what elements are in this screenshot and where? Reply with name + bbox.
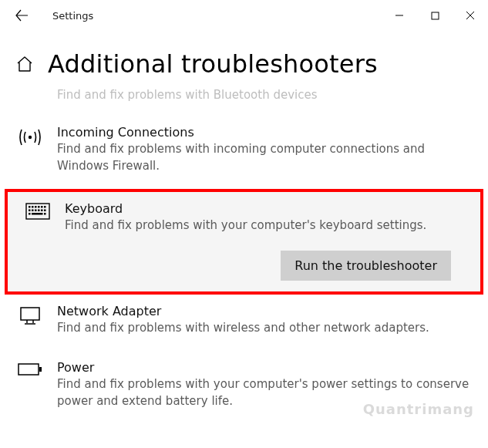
back-arrow-icon [15, 8, 29, 22]
troubleshooter-network-adapter[interactable]: Network Adapter Find and fix problems wi… [0, 295, 488, 351]
signal-icon [19, 126, 42, 148]
svg-rect-13 [41, 209, 43, 211]
item-desc: Find and fix problems with your computer… [57, 376, 473, 410]
svg-rect-10 [32, 209, 34, 211]
truncated-item-desc: Find and fix problems with Bluetooth dev… [0, 88, 488, 116]
svg-rect-19 [19, 364, 39, 375]
troubleshooter-keyboard[interactable]: Keyboard Find and fix problems with your… [8, 192, 480, 292]
item-title: Keyboard [65, 201, 465, 216]
close-button[interactable] [453, 0, 488, 31]
page-title: Additional troubleshooters [48, 49, 378, 79]
app-title: Settings [52, 10, 93, 22]
minimize-button[interactable] [382, 0, 417, 31]
home-icon[interactable] [15, 55, 34, 73]
svg-rect-11 [35, 209, 37, 211]
svg-rect-8 [44, 206, 46, 208]
back-button[interactable] [8, 2, 35, 29]
close-icon [466, 11, 475, 20]
window-controls [382, 0, 488, 31]
item-desc: Find and fix problems with incoming comp… [57, 141, 473, 175]
svg-rect-16 [32, 213, 43, 215]
svg-rect-12 [38, 209, 40, 211]
maximize-button[interactable] [417, 0, 453, 31]
svg-rect-7 [41, 206, 43, 208]
svg-rect-0 [432, 12, 439, 19]
item-title: Power [57, 360, 473, 375]
run-troubleshooter-button[interactable]: Run the troubleshooter [281, 251, 451, 281]
svg-rect-18 [21, 308, 39, 320]
svg-rect-5 [35, 206, 37, 208]
item-title: Incoming Connections [57, 125, 473, 140]
svg-rect-17 [44, 213, 46, 215]
troubleshooter-incoming-connections[interactable]: Incoming Connections Find and fix proble… [0, 116, 488, 189]
battery-icon [18, 362, 42, 377]
svg-rect-15 [29, 213, 31, 215]
item-title: Network Adapter [57, 304, 473, 318]
minimize-icon [395, 11, 404, 20]
item-desc: Find and fix problems with your computer… [65, 217, 465, 234]
svg-rect-20 [39, 367, 42, 372]
svg-rect-4 [32, 206, 34, 208]
svg-rect-3 [29, 206, 31, 208]
troubleshooter-power[interactable]: Power Find and fix problems with your co… [0, 351, 488, 424]
svg-rect-9 [29, 209, 31, 211]
svg-rect-6 [38, 206, 40, 208]
svg-rect-14 [44, 209, 46, 211]
highlight-box: Keyboard Find and fix problems with your… [5, 189, 483, 295]
keyboard-icon [25, 203, 50, 220]
svg-point-1 [29, 136, 32, 139]
titlebar: Settings [0, 0, 488, 31]
page-header: Additional troubleshooters [0, 31, 488, 88]
maximize-icon [431, 12, 439, 20]
item-desc: Find and fix problems with wireless and … [57, 320, 473, 337]
monitor-icon [19, 305, 42, 327]
